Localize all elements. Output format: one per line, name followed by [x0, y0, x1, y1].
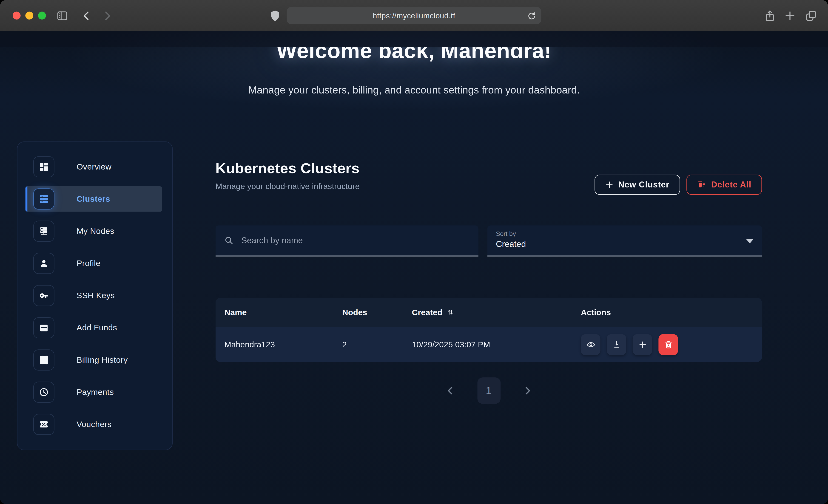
clusters-table: Name Nodes Created Actions Mahendra12	[215, 298, 762, 362]
reload-icon[interactable]	[527, 10, 537, 21]
delete-sweep-icon	[697, 180, 706, 190]
sidebar-item-label: My Nodes	[77, 226, 114, 236]
trash-icon	[663, 340, 673, 349]
next-page-button[interactable]	[520, 384, 534, 397]
url-bar[interactable]: https://myceliumcloud.tf	[287, 7, 541, 24]
cluster-created: 10/29/2025 03:07 PM	[412, 340, 581, 349]
search-icon	[224, 236, 234, 246]
view-cluster-button[interactable]	[581, 334, 601, 355]
new-cluster-label: New Cluster	[618, 180, 669, 190]
sidebar-item-profile[interactable]: Profile	[25, 251, 162, 276]
welcome-heading: Welcome back, Mahendra!	[0, 47, 828, 64]
column-header-nodes: Nodes	[342, 307, 412, 317]
tab-overview-icon[interactable]	[804, 9, 818, 23]
pagination: 1	[215, 377, 762, 404]
wallet-icon	[33, 317, 54, 338]
browser-window: https://myceliumcloud.tf	[0, 0, 828, 504]
sort-label: Sort by	[496, 230, 753, 238]
sidebar-toggle-icon[interactable]	[55, 9, 69, 23]
table-header: Name Nodes Created Actions	[215, 298, 762, 327]
voucher-ticket-icon	[33, 414, 54, 435]
sidebar-item-overview[interactable]: Overview	[25, 154, 162, 179]
column-header-created[interactable]: Created	[412, 307, 581, 317]
add-node-button[interactable]	[633, 334, 652, 355]
header-actions: New Cluster Delete All	[594, 175, 762, 195]
delete-cluster-button[interactable]	[658, 334, 678, 355]
sidebar-item-payments[interactable]: Payments	[25, 379, 162, 405]
top-strip	[0, 31, 828, 47]
previous-page-button[interactable]	[443, 384, 457, 397]
sidebar-item-label: SSH Keys	[77, 291, 115, 300]
cluster-name: Mahendra123	[224, 340, 342, 349]
main-content: Kubernetes Clusters Manage your cloud-na…	[215, 160, 762, 503]
sort-value: Created	[496, 240, 753, 249]
traffic-lights	[13, 12, 46, 19]
chevron-left-icon	[445, 385, 456, 396]
sidebar-nav: Overview Clusters	[17, 141, 173, 450]
dashboard-grid-icon	[33, 156, 54, 177]
person-icon	[33, 253, 54, 274]
zoom-window-button[interactable]	[38, 12, 46, 19]
browser-chrome: https://myceliumcloud.tf	[0, 0, 828, 32]
search-field[interactable]	[215, 225, 479, 257]
row-actions	[581, 334, 762, 355]
sidebar-item-label: Overview	[77, 162, 112, 171]
sidebar-item-vouchers[interactable]: Vouchers	[25, 412, 162, 437]
sidebar-item-label: Vouchers	[77, 420, 112, 429]
chevron-down-icon	[746, 239, 753, 243]
sidebar-item-clusters[interactable]: Clusters	[25, 186, 162, 212]
receipt-icon	[33, 349, 54, 371]
key-icon	[33, 285, 54, 306]
share-icon[interactable]	[763, 9, 777, 23]
hero-section: Welcome back, Mahendra!	[0, 47, 828, 105]
column-header-name: Name	[224, 307, 342, 317]
sidebar-item-label: Profile	[77, 259, 100, 268]
close-window-button[interactable]	[13, 12, 20, 19]
cluster-nodes: 2	[342, 340, 412, 349]
delete-all-label: Delete All	[711, 180, 751, 190]
page-title: Kubernetes Clusters	[215, 160, 762, 177]
sidebar-item-label: Clusters	[77, 194, 110, 204]
sidebar-item-my-nodes[interactable]: My Nodes	[25, 218, 162, 244]
back-icon[interactable]	[80, 9, 93, 23]
column-header-actions: Actions	[581, 307, 762, 317]
plus-icon	[638, 340, 647, 349]
new-tab-icon[interactable]	[783, 9, 797, 23]
nodes-rack-icon	[33, 220, 54, 242]
delete-all-button[interactable]: Delete All	[686, 175, 762, 195]
plus-icon	[605, 180, 614, 189]
clock-icon	[33, 382, 54, 403]
eye-icon	[586, 340, 595, 349]
app: https://myceliumcloud.tf	[0, 0, 828, 504]
chevron-right-icon	[522, 385, 533, 396]
dashboard-page: Welcome back, Mahendra! Manage your clus…	[0, 31, 828, 504]
sidebar-item-ssh-keys[interactable]: SSH Keys	[25, 283, 162, 308]
sort-dropdown[interactable]: Sort by Created	[487, 225, 762, 257]
sort-updown-icon	[446, 308, 454, 316]
search-input[interactable]	[240, 235, 470, 246]
server-stack-icon	[33, 188, 54, 210]
forward-icon[interactable]	[100, 9, 114, 23]
welcome-subtitle: Manage your clusters, billing, and accou…	[0, 84, 828, 96]
privacy-shield-icon[interactable]	[268, 9, 282, 23]
sidebar-item-label: Payments	[77, 387, 114, 397]
page-number-button[interactable]: 1	[477, 377, 500, 404]
url-text: https://myceliumcloud.tf	[373, 11, 455, 20]
sidebar-item-label: Add Funds	[77, 323, 117, 332]
table-row: Mahendra123 2 10/29/2025 03:07 PM	[215, 327, 762, 362]
new-cluster-button[interactable]: New Cluster	[594, 175, 680, 195]
minimize-window-button[interactable]	[25, 12, 33, 19]
download-icon	[612, 340, 621, 349]
sidebar-item-billing-history[interactable]: Billing History	[25, 347, 162, 373]
sidebar-item-label: Billing History	[77, 355, 128, 365]
download-kubeconfig-button[interactable]	[607, 334, 626, 355]
sidebar-item-add-funds[interactable]: Add Funds	[25, 315, 162, 340]
